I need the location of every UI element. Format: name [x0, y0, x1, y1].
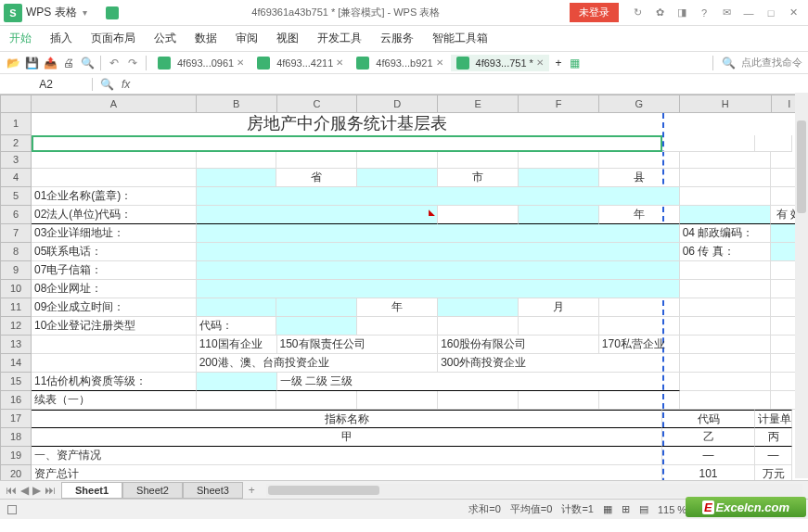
feedback-icon[interactable]: ✉ — [715, 4, 737, 22]
cell[interactable]: 07电子信箱： — [32, 261, 197, 280]
row-header[interactable]: 13 — [0, 336, 32, 354]
col-header[interactable]: E — [438, 95, 519, 113]
row-header[interactable]: 5 — [0, 187, 32, 206]
cell[interactable]: 160股份有限公司 — [438, 336, 599, 354]
close-icon[interactable]: ✕ — [782, 4, 804, 22]
maximize-icon[interactable]: □ — [760, 4, 782, 22]
col-header[interactable]: H — [680, 95, 772, 113]
cell[interactable]: 乙 — [662, 428, 755, 447]
fx-search-icon[interactable]: 🔍 — [100, 78, 114, 91]
cell[interactable]: 续表（一） — [32, 391, 197, 410]
menu-start[interactable]: 开始 — [9, 31, 32, 46]
preview-icon[interactable]: 🔍 — [80, 56, 95, 70]
row-header[interactable]: 2 — [0, 135, 32, 152]
comment-marker-icon[interactable]: ◣ — [429, 206, 435, 222]
row-header[interactable]: 12 — [0, 317, 32, 336]
cell[interactable]: 资产总计 — [32, 465, 662, 480]
col-header[interactable]: F — [519, 95, 599, 113]
search-hint[interactable]: 点此查找命令 — [741, 56, 802, 70]
spreadsheet[interactable]: 1 2 3 4 5 6 7 8 9 10 11 12 13 14 15 16 1… — [0, 95, 808, 480]
row-header[interactable]: 18 — [0, 428, 32, 447]
add-sheet-icon[interactable]: + — [243, 484, 261, 497]
cell[interactable]: 10企业登记注册类型 — [32, 317, 197, 336]
search-icon[interactable]: 🔍 — [721, 56, 736, 70]
row-header[interactable]: 1 — [0, 113, 32, 135]
cell[interactable]: 02法人(单位)代码： — [32, 206, 197, 224]
minimize-icon[interactable]: — — [737, 4, 760, 22]
row-header[interactable]: 20 — [0, 465, 32, 480]
cell[interactable]: 代码： — [197, 317, 277, 336]
cell[interactable]: 170私营企业 — [599, 336, 680, 354]
cells[interactable]: 房地产中介服务统计基层表 省市县 01企业名称(盖章)： 02法人(单位)代码：… — [32, 113, 808, 480]
row-header[interactable]: 11 — [0, 298, 32, 317]
view-normal-icon[interactable]: ▦ — [603, 503, 612, 515]
col-header[interactable]: C — [277, 95, 358, 113]
cell[interactable]: 06 传 真： — [680, 243, 772, 261]
tab-close-icon[interactable]: ✕ — [237, 57, 244, 68]
menu-view[interactable]: 视图 — [276, 31, 299, 46]
cell[interactable]: 市 — [438, 169, 519, 187]
cell[interactable]: 101 — [662, 465, 755, 480]
record-macro-icon[interactable] — [7, 505, 17, 514]
cell[interactable]: 一级 二级 三级 — [277, 373, 680, 391]
export-icon[interactable]: 📤 — [43, 56, 58, 70]
menu-dev-tools[interactable]: 开发工具 — [317, 31, 362, 46]
zoom-value[interactable]: 115 % — [658, 504, 686, 515]
fx-label[interactable]: fx — [122, 78, 130, 91]
tab-close-icon[interactable]: ✕ — [436, 57, 443, 68]
col-header[interactable]: A — [32, 95, 197, 113]
tab-list-icon[interactable]: ▦ — [568, 56, 583, 70]
menu-insert[interactable]: 插入 — [50, 31, 72, 46]
cell[interactable]: 丙 — [755, 428, 792, 447]
login-button[interactable]: 未登录 — [570, 3, 619, 22]
selected-cell-a2[interactable] — [32, 135, 662, 152]
menu-smart-toolbox[interactable]: 智能工具箱 — [432, 31, 488, 46]
cell[interactable]: 代码 — [662, 410, 755, 428]
cell[interactable]: 200港、澳、台商投资企业 — [197, 354, 439, 373]
row-header[interactable]: 7 — [0, 224, 32, 243]
col-header[interactable]: G — [599, 95, 680, 113]
undo-icon[interactable]: ↶ — [107, 56, 122, 70]
select-all-corner[interactable] — [0, 95, 32, 113]
cell[interactable]: 月 — [519, 298, 599, 317]
cell[interactable]: 计量单 — [755, 410, 792, 428]
row-header[interactable]: 4 — [0, 169, 32, 187]
doc-tab[interactable]: 4f693...0961✕ — [152, 55, 250, 71]
cell[interactable]: 150有限责任公司 — [277, 336, 439, 354]
view-break-icon[interactable]: ▤ — [639, 503, 648, 515]
skin-icon[interactable]: ◨ — [671, 4, 693, 22]
app-menu-dropdown[interactable]: ▾ — [83, 7, 87, 18]
menu-page-layout[interactable]: 页面布局 — [91, 31, 135, 46]
sheet-tab[interactable]: Sheet2 — [122, 482, 183, 499]
cell[interactable]: 04 邮政编码： — [680, 224, 772, 243]
view-page-icon[interactable]: ⊞ — [622, 503, 630, 515]
doc-tab[interactable]: 4f693...b921✕ — [351, 55, 448, 71]
cell[interactable]: — — [662, 447, 755, 465]
tab-close-icon[interactable]: ✕ — [536, 57, 544, 68]
cell[interactable]: 省 — [276, 169, 357, 187]
tab-close-icon[interactable]: ✕ — [336, 57, 343, 68]
cell[interactable]: 03企业详细地址： — [32, 224, 197, 243]
row-header[interactable]: 8 — [0, 243, 32, 261]
cell[interactable]: 09企业成立时间： — [32, 298, 197, 317]
settings-icon[interactable]: ✿ — [648, 4, 671, 22]
doc-tab[interactable]: 4f693...4211✕ — [251, 55, 349, 71]
row-header[interactable]: 3 — [0, 152, 32, 169]
cell[interactable]: — — [755, 447, 792, 465]
vertical-scrollbar[interactable] — [795, 93, 808, 478]
row-header[interactable]: 10 — [0, 280, 32, 298]
col-header[interactable]: D — [357, 95, 438, 113]
cell[interactable]: 万元 — [755, 465, 792, 480]
sheet-nav[interactable]: ⏮◀▶⏭ — [0, 484, 61, 497]
menu-formula[interactable]: 公式 — [154, 31, 176, 46]
cell[interactable]: 05联系电话： — [32, 243, 197, 261]
save-icon[interactable]: 💾 — [24, 56, 39, 70]
cell[interactable]: 甲 — [32, 428, 662, 447]
sheet-tab[interactable]: Sheet1 — [61, 482, 122, 499]
title-cell[interactable]: 房地产中介服务统计基层表 — [32, 113, 662, 133]
row-header[interactable]: 9 — [0, 261, 32, 280]
cell[interactable]: 县 — [599, 169, 680, 187]
row-header[interactable]: 19 — [0, 447, 32, 465]
row-header[interactable]: 14 — [0, 354, 32, 373]
horizontal-scrollbar[interactable] — [266, 484, 802, 497]
